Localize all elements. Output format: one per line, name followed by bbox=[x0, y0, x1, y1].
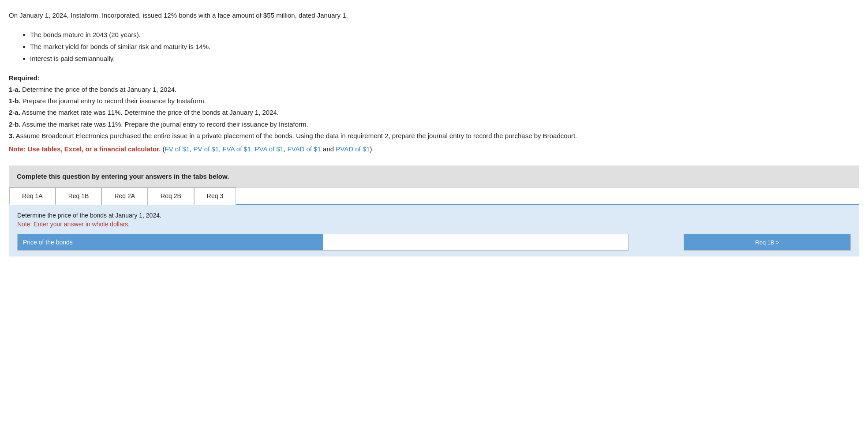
req-2a: 2-a. Assume the market rate was 11%. Det… bbox=[9, 107, 859, 118]
bullet-item: The market yield for bonds of similar ri… bbox=[30, 41, 859, 53]
fv-link[interactable]: FV of $1 bbox=[165, 145, 190, 153]
price-input[interactable] bbox=[323, 234, 629, 250]
tab-req1a[interactable]: Req 1A bbox=[9, 188, 56, 205]
tab-description: Determine the price of the bonds at Janu… bbox=[17, 212, 851, 219]
tabs-container: Req 1A Req 1B Req 2A Req 2B Req 3 Determ… bbox=[9, 187, 859, 256]
req-2b: 2-b. Assume the market rate was 11%. Pre… bbox=[9, 119, 859, 130]
bullet-item: Interest is paid semiannually. bbox=[30, 53, 859, 64]
pvad-link[interactable]: PVAD of $1 bbox=[336, 145, 370, 153]
tabs-row: Req 1A Req 1B Req 2A Req 2B Req 3 bbox=[9, 188, 859, 205]
note-label: Note: Use tables, Excel, or a financial … bbox=[9, 145, 161, 153]
tab-req2b[interactable]: Req 2B bbox=[148, 188, 194, 205]
answer-input-cell[interactable] bbox=[323, 234, 629, 251]
req-3: 3. Assume Broadcourt Electronics purchas… bbox=[9, 130, 859, 142]
pva-link[interactable]: PVA of $1 bbox=[255, 145, 284, 153]
tab-note: Note: Enter your answer in whole dollars… bbox=[17, 221, 851, 228]
table-row: Price of the bonds Req 1B > bbox=[18, 234, 851, 251]
nav-next-cell[interactable]: Req 1B > bbox=[684, 234, 851, 251]
required-section: Required: 1-a. Determine the price of th… bbox=[9, 72, 859, 155]
note-links: (FV of $1, PV of $1, FVA of $1, PVA of $… bbox=[162, 145, 372, 153]
answer-table: Price of the bonds Req 1B > bbox=[17, 234, 851, 251]
tab-content-req1a: Determine the price of the bonds at Janu… bbox=[9, 205, 859, 256]
complete-box-text: Complete this question by entering your … bbox=[17, 173, 229, 180]
complete-box: Complete this question by entering your … bbox=[9, 165, 859, 187]
intro-text: On January 1, 2024, Instaform, Incorpora… bbox=[9, 11, 859, 21]
tab-req1b[interactable]: Req 1B bbox=[56, 188, 102, 205]
bullet-item: The bonds mature in 2043 (20 years). bbox=[30, 29, 859, 41]
row-label: Price of the bonds bbox=[18, 234, 323, 251]
required-heading: Required: bbox=[9, 72, 859, 84]
fvad-link[interactable]: FVAD of $1 bbox=[287, 145, 321, 153]
tab-req3[interactable]: Req 3 bbox=[194, 188, 236, 205]
req-1a: 1-a. Determine the price of the bonds at… bbox=[9, 84, 859, 95]
tab-req2a[interactable]: Req 2A bbox=[101, 188, 148, 205]
note-line: Note: Use tables, Excel, or a financial … bbox=[9, 143, 859, 155]
fva-link[interactable]: FVA of $1 bbox=[222, 145, 251, 153]
pv-link[interactable]: PV of $1 bbox=[194, 145, 219, 153]
req-1b: 1-b. Prepare the journal entry to record… bbox=[9, 95, 859, 107]
bullet-list: The bonds mature in 2043 (20 years). The… bbox=[30, 29, 859, 64]
next-tab-button[interactable]: Req 1B > bbox=[755, 239, 779, 246]
